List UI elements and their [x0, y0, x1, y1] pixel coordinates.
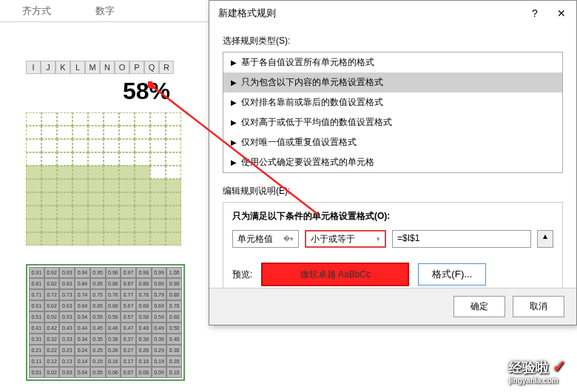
data-cell[interactable]: 0.56 — [106, 311, 121, 322]
data-cell[interactable]: 0.66 — [106, 300, 121, 311]
data-cell[interactable]: 0.87 — [121, 278, 136, 289]
data-cell[interactable]: 0.21 — [29, 345, 44, 356]
data-cell[interactable]: 0.89 — [152, 278, 167, 289]
data-cell[interactable]: 0.26 — [106, 345, 121, 356]
column-header[interactable]: R — [159, 61, 174, 74]
range-picker-button[interactable]: ▴ — [537, 230, 553, 248]
data-cell[interactable]: 0.35 — [90, 334, 106, 345]
data-cell[interactable]: 0.83 — [59, 278, 75, 289]
data-cell[interactable]: 0.04 — [75, 367, 90, 378]
data-cell[interactable]: 0.79 — [152, 289, 167, 300]
close-button[interactable]: ✕ — [556, 7, 567, 19]
data-cell[interactable]: 0.90 — [166, 278, 182, 289]
data-cell[interactable]: 0.01 — [29, 367, 44, 378]
column-header[interactable]: I — [26, 61, 41, 74]
data-cell[interactable]: 0.58 — [136, 311, 152, 322]
data-cell[interactable]: 0.30 — [166, 345, 182, 356]
data-cell[interactable]: 0.75 — [90, 289, 106, 300]
data-cell[interactable]: 0.09 — [152, 367, 167, 378]
operator-combo[interactable]: 小于或等于 ▾ — [305, 230, 386, 248]
data-cell[interactable]: 0.76 — [106, 289, 121, 300]
column-header[interactable]: J — [41, 61, 55, 74]
data-cell[interactable]: 0.84 — [75, 278, 90, 289]
data-cell[interactable]: 0.15 — [90, 356, 106, 367]
reference-input[interactable]: =$I$1 — [392, 230, 531, 248]
data-cell[interactable]: 0.72 — [44, 289, 60, 300]
data-cell[interactable]: 0.60 — [166, 311, 182, 322]
data-cell[interactable]: 0.77 — [121, 289, 136, 300]
data-cell[interactable]: 0.67 — [121, 300, 136, 311]
data-cell[interactable]: 0.95 — [90, 267, 106, 278]
data-cell[interactable]: 0.81 — [29, 278, 44, 289]
data-cell[interactable]: 0.17 — [121, 356, 136, 367]
data-cell[interactable]: 0.61 — [29, 300, 44, 311]
ribbon-tab-align[interactable]: 齐方式 — [0, 0, 73, 21]
format-button[interactable]: 格式(F)... — [418, 263, 486, 285]
column-header[interactable]: O — [115, 61, 129, 74]
data-cell[interactable]: 0.59 — [152, 311, 167, 322]
data-cell[interactable]: 0.41 — [29, 322, 44, 334]
data-cell[interactable]: 0.54 — [75, 311, 90, 322]
data-cell[interactable]: 0.78 — [136, 289, 152, 300]
data-cell[interactable]: 0.02 — [44, 367, 60, 378]
column-header[interactable]: M — [85, 61, 100, 74]
data-cell[interactable]: 0.42 — [44, 322, 60, 334]
data-cell[interactable]: 0.22 — [44, 345, 60, 356]
data-cell[interactable]: 0.49 — [152, 322, 167, 334]
data-cell[interactable]: 0.20 — [166, 356, 182, 367]
data-cell[interactable]: 0.73 — [59, 289, 75, 300]
condition-type-combo[interactable]: 单元格值 �▾ — [232, 230, 299, 248]
data-cell[interactable]: 0.48 — [136, 322, 152, 334]
rule-type-item[interactable]: ▶仅对排名靠前或靠后的数值设置格式 — [223, 92, 562, 112]
data-cell[interactable]: 0.16 — [106, 356, 121, 367]
data-cell[interactable]: 0.96 — [106, 267, 121, 278]
data-cell[interactable]: 0.88 — [136, 278, 152, 289]
data-cell[interactable]: 0.34 — [75, 334, 90, 345]
data-cell[interactable]: 0.03 — [59, 367, 75, 378]
cancel-button[interactable]: 取消 — [513, 296, 564, 317]
data-cell[interactable]: 0.13 — [59, 356, 75, 367]
data-cell[interactable]: 0.50 — [166, 322, 182, 334]
data-cell[interactable]: 0.93 — [59, 267, 75, 278]
data-cell[interactable]: 0.52 — [44, 311, 60, 322]
rule-type-item[interactable]: ▶只为包含以下内容的单元格设置格式 — [223, 72, 562, 92]
data-cell[interactable]: 0.39 — [152, 334, 167, 345]
data-cell[interactable]: 0.10 — [166, 367, 182, 378]
data-cell[interactable]: 0.82 — [44, 278, 60, 289]
data-cell[interactable]: 0.24 — [75, 345, 90, 356]
data-cell[interactable]: 0.11 — [29, 356, 44, 367]
column-header[interactable]: L — [70, 61, 85, 74]
data-cell[interactable]: 0.29 — [152, 345, 167, 356]
data-cell[interactable]: 0.45 — [90, 322, 106, 334]
data-cell[interactable]: 0.55 — [90, 311, 106, 322]
data-cell[interactable]: 0.12 — [44, 356, 60, 367]
column-header[interactable]: Q — [144, 61, 159, 74]
data-cell[interactable]: 0.91 — [29, 267, 44, 278]
data-cell[interactable]: 0.64 — [75, 300, 90, 311]
data-cell[interactable]: 0.44 — [75, 322, 90, 334]
data-cell[interactable]: 0.32 — [44, 334, 60, 345]
data-cell[interactable]: 0.53 — [59, 311, 75, 322]
rule-type-item[interactable]: ▶仅对唯一值或重复值设置格式 — [223, 132, 562, 152]
data-cell[interactable]: 0.69 — [152, 300, 167, 311]
rule-type-item[interactable]: ▶基于各自值设置所有单元格的格式 — [223, 53, 562, 72]
column-header[interactable]: P — [129, 61, 144, 74]
data-cell[interactable]: 0.99 — [152, 267, 167, 278]
data-cell[interactable]: 0.23 — [59, 345, 75, 356]
column-header[interactable]: N — [100, 61, 115, 74]
data-cell[interactable]: 0.27 — [121, 345, 136, 356]
data-cell[interactable]: 0.94 — [75, 267, 90, 278]
column-header[interactable]: K — [55, 61, 70, 74]
data-cell[interactable]: 0.07 — [121, 367, 136, 378]
data-cell[interactable]: 0.19 — [152, 356, 167, 367]
data-cell[interactable]: 0.05 — [90, 367, 106, 378]
ribbon-tab-number[interactable]: 数字 — [73, 0, 137, 21]
data-cell[interactable]: 0.38 — [136, 334, 152, 345]
data-cell[interactable]: 0.98 — [136, 267, 152, 278]
data-cell[interactable]: 0.06 — [106, 367, 121, 378]
data-cell[interactable]: 0.33 — [59, 334, 75, 345]
data-cell[interactable]: 0.40 — [166, 334, 182, 345]
data-cell[interactable]: 0.31 — [29, 334, 44, 345]
rule-type-item[interactable]: ▶使用公式确定要设置格式的单元格 — [223, 152, 562, 172]
data-cell[interactable]: 0.51 — [29, 311, 44, 322]
